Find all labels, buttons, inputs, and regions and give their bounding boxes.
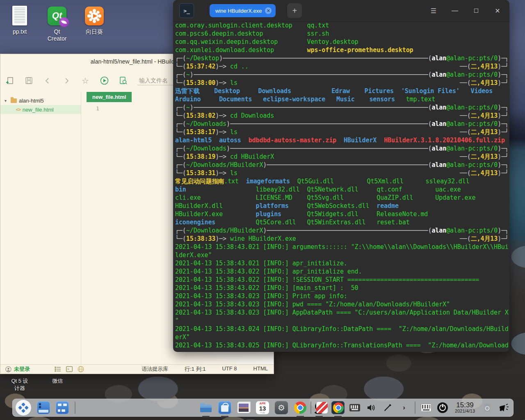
- keyboard-layout-icon[interactable]: [420, 402, 432, 413]
- tree-item-project-root[interactable]: ▾ alan-html5: [0, 96, 81, 105]
- terminal-line: 迅雷下载 Desktop Downloads Edraw Pictures 'S…: [175, 87, 509, 95]
- text-file-icon: [12, 6, 27, 25]
- folder-icon: [11, 98, 17, 103]
- new-tab-button[interactable]: +: [287, 3, 302, 18]
- desktop-icon-pp-txt[interactable]: pp.txt: [6, 6, 34, 35]
- terminal-line: └─(15:38:02)─> cd Downloads──(二,4月13)─┘: [175, 112, 509, 120]
- save-button[interactable]: [24, 76, 33, 85]
- tray-chrome-icon[interactable]: [333, 402, 344, 413]
- dock: APR 13 TUE ⚙ >_ ›: [12, 399, 514, 417]
- desktop-root: { "desktop": { "icons": [ {"label": "pp.…: [0, 0, 525, 420]
- terminal-tab[interactable]: wine HBuilderX.exe ✕: [210, 4, 276, 17]
- terminal-line: 2021-04-13 15:38:43.023 [INFO:] pwd ====…: [175, 300, 509, 308]
- notification-center-icon[interactable]: [498, 402, 509, 413]
- qt-creator-icon: Qt: [48, 7, 66, 25]
- terminal-line: ┌─(~/Downloads)(alan@alan-pc:pts/0)─┐: [175, 144, 509, 153]
- terminal-line: ┌─(~/Desktop)(alan@alan-pc:pts/0)─┐: [175, 54, 509, 62]
- close-button[interactable]: ✕: [494, 7, 501, 15]
- tray-separator: [415, 402, 415, 414]
- new-file-button[interactable]: [5, 76, 14, 85]
- terminal-line: 2021-04-13 15:38:43.023 [INFO:] AppDataP…: [175, 308, 509, 317]
- desktop-icon-label: Qt 5 设: [4, 377, 35, 385]
- terminal-line: alan-html5 autoss bdbdbd-autoss-master.z…: [175, 136, 509, 144]
- input-method-keyboard-icon[interactable]: [349, 402, 361, 413]
- app-store-icon[interactable]: [218, 401, 231, 414]
- volume-icon[interactable]: [365, 402, 377, 413]
- running-indicator: [297, 416, 304, 417]
- trash-icon[interactable]: [482, 402, 493, 413]
- terminal-line: iconengines Qt5Core.dll Qt5WinExtras.dll…: [175, 218, 509, 226]
- syntax-library-button[interactable]: 语法提示库: [142, 365, 168, 373]
- terminal-titlebar[interactable]: >_ wine HBuilderX.exe ✕ + ☰ — ☐ ✕: [173, 0, 509, 22]
- leaf-badge-icon: [59, 17, 69, 27]
- outline-list-icon[interactable]: [55, 366, 61, 372]
- terminal-line: └─(15:38:17)─> ls──(二,4月13)─┘: [175, 128, 509, 136]
- calendar-weekday: TUE: [256, 411, 269, 414]
- terminal-line: com.qq.weixin.deepin.desktop Ventoy.desk…: [175, 38, 509, 46]
- terminal-line: com.oray.sunlogin.client.desktop qq.txt: [175, 21, 509, 30]
- dock-separator: [75, 402, 75, 414]
- editor-tab-active[interactable]: new_file.html: [87, 92, 132, 102]
- cursor-position[interactable]: 行:1 列:1: [185, 365, 205, 373]
- multitasking-view-icon[interactable]: [37, 401, 50, 414]
- desktop-icon-label: Creator: [42, 35, 72, 42]
- desktop-icon-label: 计器: [4, 385, 35, 392]
- user-account-icon[interactable]: [5, 366, 11, 372]
- terminal-line: 2021-04-13 15:38:43.023 [INFO:] Print ap…: [175, 292, 509, 300]
- dock-clock[interactable]: 15:39 2021/4/13: [455, 402, 475, 413]
- terminal-line: └─(15:38:19)─> cd HBuilderX──(二,4月13)─┘: [175, 153, 509, 161]
- control-center-icon[interactable]: ⚙: [275, 401, 288, 414]
- pen-tool-icon[interactable]: [382, 402, 393, 413]
- menu-button[interactable]: ☰: [430, 7, 437, 15]
- tree-item-file[interactable]: <> new_file.html: [0, 105, 81, 114]
- terminal-line: HBuilderX.exe plugins Qt5Widgets.dll Rel…: [175, 210, 509, 218]
- forward-button[interactable]: [62, 76, 71, 85]
- tray-expand-chevron-icon[interactable]: ›: [398, 402, 410, 413]
- terminal-app-icon: >_: [179, 3, 194, 18]
- terminal-line: 2021-04-13 15:38:43.025 [INFO:] QLibrary…: [175, 341, 509, 349]
- maximize-button[interactable]: ☐: [472, 7, 480, 14]
- filetype-selector[interactable]: HTML: [253, 365, 268, 373]
- minimize-button[interactable]: —: [451, 7, 459, 14]
- launcher-icon[interactable]: [16, 400, 31, 415]
- sunflower-glyph: [85, 7, 104, 25]
- terminal-tab-title: wine HBuilderX.exe: [215, 8, 262, 14]
- terminal-line: com.xunlei.download.desktop wps-office-p…: [175, 46, 509, 54]
- back-button[interactable]: [43, 76, 52, 85]
- desktop-icon-qt-creator[interactable]: Qt Qt Creator: [42, 7, 72, 42]
- terminal-line: 2021-04-13 15:38:43.024 [INFO:] QLibrary…: [175, 325, 509, 333]
- terminal-line: ┌─(~/Downloads/HBuilderX)(alan@alan-pc:p…: [175, 226, 509, 235]
- tray-red-app-icon[interactable]: [316, 402, 328, 413]
- encoding-selector[interactable]: UTF 8: [222, 365, 237, 373]
- terminal-panel-icon[interactable]: >_: [66, 366, 73, 372]
- window-layout-icon[interactable]: [56, 401, 69, 414]
- chevron-down-icon: ▾: [5, 98, 9, 103]
- power-icon[interactable]: [437, 402, 448, 413]
- login-status[interactable]: 未登录: [14, 365, 30, 373]
- terminal-line: 2021-04-13 15:38:43.021 [INFO:] apr_init…: [175, 259, 509, 267]
- tab-close-icon[interactable]: ✕: [265, 7, 272, 14]
- image-viewer-icon[interactable]: [237, 401, 250, 414]
- run-button[interactable]: [100, 76, 109, 85]
- tree-item-label: new_file.html: [23, 107, 54, 113]
- terminal-line: 2021-04-13 15:38:43.022 [INFO:] apr_init…: [175, 267, 509, 276]
- file-search-button[interactable]: [119, 76, 128, 85]
- desktop-icon-wechat[interactable]: 微信: [45, 377, 70, 385]
- window-controls: ☰ — ☐ ✕: [430, 7, 501, 15]
- file-manager-icon[interactable]: [199, 401, 212, 414]
- chrome-icon[interactable]: [294, 401, 307, 414]
- hbuilderx-statusbar: 未登录 >_ 语法提示库 行:1 列:1 UTF 8 HTML: [0, 364, 274, 374]
- terminal-line: bin libeay32.dll Qt5Network.dll qt.conf …: [175, 185, 509, 194]
- desktop-icon-sunflower[interactable]: 向日葵: [80, 7, 109, 36]
- clock-time: 15:39: [455, 402, 475, 409]
- desktop-icon-qt5-designer[interactable]: Qt 5 设 计器: [4, 377, 35, 392]
- favorite-star-button[interactable]: ☆: [81, 76, 90, 85]
- statusbar-right: 语法提示库 行:1 列:1 UTF 8 HTML: [142, 365, 268, 373]
- sunflower-icon: [85, 7, 104, 25]
- calendar-icon[interactable]: APR 13 TUE: [256, 401, 269, 414]
- tray-separator: [310, 402, 311, 414]
- browser-globe-icon[interactable]: [78, 366, 84, 372]
- dock-left-group: [16, 399, 75, 417]
- terminal-line: 常见启动问题指南.txt imageformats Qt5Gui.dll Qt5…: [175, 177, 509, 185]
- terminal-line: ": [175, 317, 509, 325]
